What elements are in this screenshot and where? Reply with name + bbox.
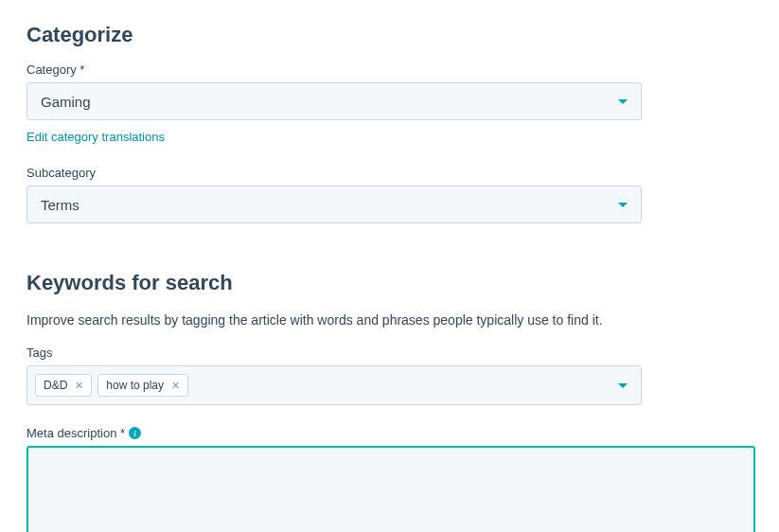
tags-label: Tags — [27, 346, 752, 360]
keywords-description: Improve search results by tagging the ar… — [27, 310, 752, 330]
tag-text: how to play — [106, 379, 164, 392]
tag-text: D&D — [44, 379, 67, 392]
edit-category-translations-link[interactable]: Edit category translations — [27, 130, 165, 144]
meta-description-label: Meta description * i — [27, 426, 752, 440]
chevron-down-icon — [618, 383, 628, 388]
category-label: Category * — [27, 62, 752, 77]
category-value: Gaming — [41, 94, 91, 110]
meta-description-textarea[interactable] — [27, 446, 755, 532]
remove-tag-icon[interactable]: ✕ — [75, 381, 83, 391]
chevron-down-icon — [618, 99, 628, 104]
categorize-heading: Categorize — [27, 23, 752, 47]
subcategory-value: Terms — [41, 197, 80, 213]
tags-input[interactable]: D&D ✕ how to play ✕ — [27, 365, 642, 405]
tag-item: D&D ✕ — [35, 374, 92, 397]
subcategory-select[interactable]: Terms — [27, 186, 642, 223]
tags-wrap: D&D ✕ how to play ✕ — [35, 374, 188, 397]
tag-item: how to play ✕ — [97, 374, 188, 397]
subcategory-label: Subcategory — [27, 166, 752, 180]
chevron-down-icon — [618, 203, 628, 207]
remove-tag-icon[interactable]: ✕ — [171, 381, 180, 391]
info-icon[interactable]: i — [129, 427, 141, 439]
keywords-heading: Keywords for search — [27, 271, 752, 295]
category-select[interactable]: Gaming — [27, 82, 642, 120]
